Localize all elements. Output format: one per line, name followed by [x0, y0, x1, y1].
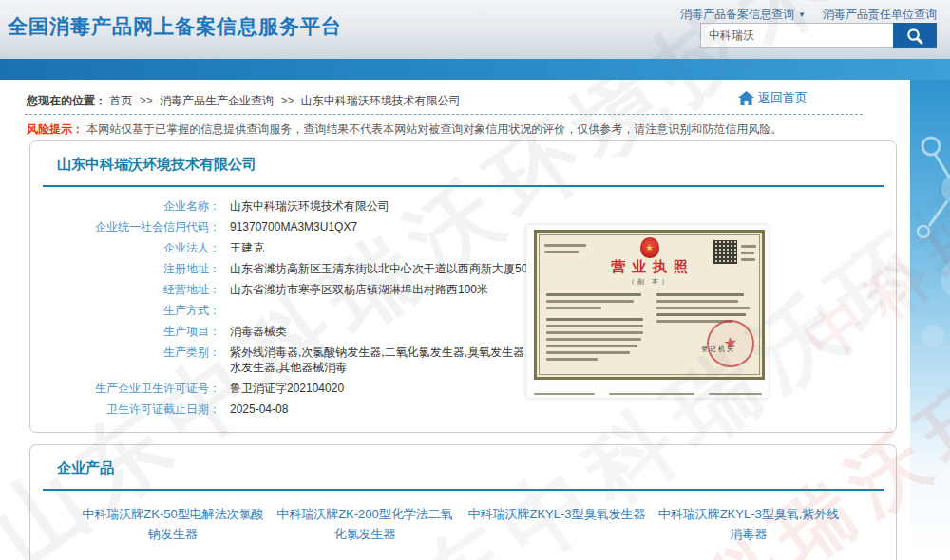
- search-icon: [905, 27, 924, 46]
- license-subtitle: （副 本）: [537, 277, 762, 287]
- risk-notice-text: 本网站仅基于已掌握的信息提供查询服务，查询结果不代表本网站对被查询对象信用状况的…: [86, 122, 782, 136]
- chevron-down-icon: ▼: [798, 10, 806, 19]
- company-title: 山东中科瑞沃环境技术有限公司: [57, 156, 896, 174]
- nav-record-info-query[interactable]: 消毒产品备案信息查询 ▼: [680, 7, 806, 23]
- dashed-divider: [25, 114, 863, 115]
- license-serial-lines: [544, 240, 588, 257]
- product-link-zk200[interactable]: 中科瑞沃牌ZK-200型化学法二氧化氯发生器: [272, 504, 458, 544]
- field-label: 经营地址：: [30, 282, 220, 297]
- main-content: 您现在的位置： 首页 >> 消毒产品生产企业查询 >> 山东中科瑞沃环境技术有限…: [0, 80, 910, 560]
- field-label: 卫生许可证截止日期：: [30, 401, 220, 417]
- nav-responsible-unit-query[interactable]: 消毒产品责任单位查询: [823, 7, 937, 23]
- license-caption-lines: [526, 393, 769, 395]
- field-value: 山东中科瑞沃环境技术有限公司: [230, 198, 390, 214]
- company-products-panel: 企业产品 中科瑞沃牌ZK-50型电解法次氯酸钠发生器 中科瑞沃牌ZK-200型化…: [29, 444, 897, 560]
- nav-link-label: 消毒产品备案信息查询: [680, 7, 794, 23]
- product-link-zkyl3-uv[interactable]: 中科瑞沃牌ZKYL-3型臭氧,紫外线消毒器: [656, 504, 842, 544]
- product-link-zkyl3-ozone[interactable]: 中科瑞沃牌ZKYL-3型臭氧发生器: [464, 504, 650, 544]
- field-label: 生产类别：: [30, 345, 220, 375]
- field-value: 鲁卫消证字202104020: [230, 381, 344, 396]
- field-value: 山东省潍坊高新区玉清东街以北中心次干道以西商新大厦502房间: [230, 261, 557, 276]
- field-label: 注册地址：: [30, 261, 220, 276]
- breadcrumb-label: 您现在的位置：: [27, 94, 106, 107]
- national-emblem-icon: ★: [640, 237, 659, 258]
- search-bar: [700, 23, 937, 48]
- molecule-decoration-icon: [910, 99, 950, 402]
- breadcrumb-enterprise-query[interactable]: 消毒产品生产企业查询: [160, 94, 274, 107]
- field-label: 生产方式：: [30, 303, 220, 318]
- field-value: 王建克: [230, 240, 264, 255]
- breadcrumb-home[interactable]: 首页: [109, 94, 132, 107]
- field-label: 企业法人：: [30, 240, 220, 255]
- field-label: 生产企业卫生许可证号：: [30, 381, 220, 396]
- license-left-column-lines: [546, 289, 645, 364]
- breadcrumb-separator: >>: [140, 94, 153, 107]
- field-value: 2025-04-08: [230, 401, 288, 417]
- field-label: 生产项目：: [30, 324, 220, 339]
- risk-notice-label: 风险提示：: [27, 122, 84, 136]
- product-list: 中科瑞沃牌ZK-50型电解法次氯酸钠发生器 中科瑞沃牌ZK-200型化学法二氧化…: [30, 491, 896, 544]
- table-row: 企业名称： 山东中科瑞沃环境技术有限公司: [30, 198, 896, 214]
- site-header: 全国消毒产品网上备案信息服务平台 消毒产品备案信息查询 ▼ 消毒产品责任单位查询: [0, 0, 950, 59]
- page: 全国消毒产品网上备案信息服务平台 消毒产品备案信息查询 ▼ 消毒产品责任单位查询: [0, 0, 950, 560]
- return-home-label: 返回首页: [758, 89, 808, 106]
- search-button[interactable]: [893, 23, 937, 48]
- field-value: 山东省潍坊市寒亭区双杨店镇湖淋埠出村路西100米: [230, 282, 488, 297]
- table-row: 卫生许可证截止日期： 2025-04-08: [30, 401, 896, 417]
- field-label: 企业名称：: [30, 198, 220, 214]
- site-title: 全国消毒产品网上备案信息服务平台: [8, 13, 342, 40]
- top-nav: 消毒产品备案信息查询 ▼ 消毒产品责任单位查询: [680, 7, 937, 23]
- panel-title-underline: [43, 185, 884, 187]
- risk-notice: 风险提示： 本网站仅基于已掌握的信息提供查询服务，查询结果不代表本网站对被查询对…: [27, 121, 782, 138]
- field-label: 企业统一社会信用代码：: [30, 219, 220, 234]
- header-divider-bar: [0, 59, 950, 80]
- license-title: 营业执照: [537, 258, 762, 276]
- breadcrumb-current-company: 山东中科瑞沃环境技术有限公司: [301, 94, 461, 107]
- search-input[interactable]: [700, 23, 893, 48]
- field-value: 紫外线消毒器,次氯酸钠发生器,二氧化氯发生器,臭氧发生器、臭氧水发生器,其他器械…: [230, 345, 564, 375]
- business-license-image: ★ 营业执照 （副 本）: [526, 225, 769, 398]
- breadcrumb-separator: >>: [280, 94, 294, 107]
- return-home-button[interactable]: 返回首页: [738, 89, 808, 106]
- nav-link-label: 消毒产品责任单位查询: [823, 7, 937, 23]
- company-detail-panel: 山东中科瑞沃环境技术有限公司 企业名称： 山东中科瑞沃环境技术有限公司 企业统一…: [29, 140, 897, 433]
- license-frame: ★ 营业执照 （副 本）: [534, 230, 765, 380]
- products-title: 企业产品: [57, 459, 896, 477]
- field-value: 91370700MA3M3U1QX7: [230, 219, 357, 234]
- breadcrumb: 您现在的位置： 首页 >> 消毒产品生产企业查询 >> 山东中科瑞沃环境技术有限…: [27, 93, 461, 109]
- decorative-right-band: [910, 80, 950, 560]
- product-link-zk50[interactable]: 中科瑞沃牌ZK-50型电解法次氯酸钠发生器: [80, 504, 266, 544]
- field-value: 消毒器械类: [230, 324, 287, 339]
- home-icon: [738, 91, 754, 105]
